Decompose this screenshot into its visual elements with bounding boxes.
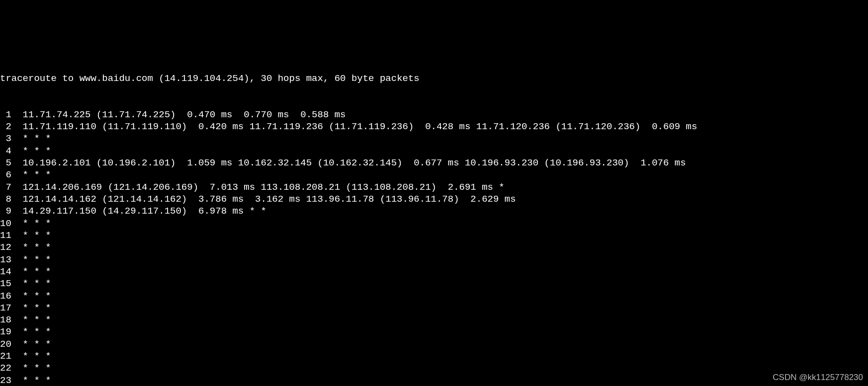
hop-line: 8 121.14.14.162 (121.14.14.162) 3.786 ms… (0, 193, 868, 205)
hop-details: * * * (11, 314, 51, 325)
hop-number: 21 (0, 350, 11, 362)
hop-details: 10.196.2.101 (10.196.2.101) 1.059 ms 10.… (11, 157, 686, 168)
hop-number: 22 (0, 362, 11, 374)
hop-line: 3 * * * (0, 133, 868, 145)
hop-line: 4 * * * (0, 145, 868, 157)
hop-details: * * * (11, 169, 51, 180)
hop-number: 6 (0, 169, 11, 181)
hop-details: * * * (11, 303, 51, 313)
hops-list: 1 11.71.74.225 (11.71.74.225) 0.470 ms 0… (0, 109, 868, 386)
hop-details: * * * (11, 339, 51, 350)
hop-line: 20 * * * (0, 338, 868, 350)
hop-details: 121.14.14.162 (121.14.14.162) 3.786 ms 3… (11, 194, 516, 205)
hop-line: 11 * * * (0, 230, 868, 241)
hop-number: 8 (0, 193, 11, 205)
terminal-output: traceroute to www.baidu.com (14.119.104.… (0, 48, 868, 386)
hop-line: 9 14.29.117.150 (14.29.117.150) 6.978 ms… (0, 205, 868, 217)
hop-details: 14.29.117.150 (14.29.117.150) 6.978 ms *… (11, 206, 266, 217)
hop-details: * * * (11, 326, 51, 337)
traceroute-header: traceroute to www.baidu.com (14.119.104.… (0, 73, 868, 84)
hop-number: 23 (0, 375, 11, 386)
hop-line: 10 * * * (0, 218, 868, 230)
hop-number: 14 (0, 266, 11, 278)
hop-number: 13 (0, 254, 11, 266)
hop-line: 6 * * * (0, 169, 868, 181)
hop-details: * * * (11, 242, 51, 253)
hop-number: 18 (0, 314, 11, 326)
hop-details: * * * (11, 133, 51, 144)
hop-details: 11.71.74.225 (11.71.74.225) 0.470 ms 0.7… (11, 109, 346, 120)
hop-number: 1 (0, 109, 11, 121)
hop-number: 15 (0, 278, 11, 290)
hop-number: 20 (0, 338, 11, 350)
hop-number: 5 (0, 157, 11, 169)
hop-line: 15 * * * (0, 278, 868, 290)
hop-number: 17 (0, 302, 11, 314)
hop-line: 23 * * * (0, 375, 868, 386)
hop-line: 17 * * * (0, 302, 868, 314)
hop-details: * * * (11, 291, 51, 302)
hop-number: 9 (0, 205, 11, 217)
hop-details: 11.71.119.110 (11.71.119.110) 0.420 ms 1… (11, 121, 697, 132)
hop-line: 1 11.71.74.225 (11.71.74.225) 0.470 ms 0… (0, 109, 868, 121)
hop-number: 19 (0, 326, 11, 338)
hop-line: 5 10.196.2.101 (10.196.2.101) 1.059 ms 1… (0, 157, 868, 169)
hop-details: * * * (11, 254, 51, 265)
hop-number: 11 (0, 230, 11, 241)
hop-details: * * * (11, 266, 51, 277)
hop-number: 3 (0, 133, 11, 145)
hop-line: 21 * * * (0, 350, 868, 362)
hop-line: 14 * * * (0, 266, 868, 278)
hop-line: 2 11.71.119.110 (11.71.119.110) 0.420 ms… (0, 121, 868, 133)
hop-details: * * * (11, 230, 51, 241)
hop-details: 121.14.206.169 (121.14.206.169) 7.013 ms… (11, 182, 505, 193)
hop-details: * * * (11, 375, 51, 386)
hop-line: 18 * * * (0, 314, 868, 326)
watermark-text: CSDN @kk1125778230 (773, 372, 863, 383)
hop-line: 13 * * * (0, 254, 868, 266)
hop-line: 22 * * * (0, 362, 868, 374)
hop-line: 16 * * * (0, 290, 868, 302)
hop-details: * * * (11, 218, 51, 229)
hop-details: * * * (11, 278, 51, 289)
hop-line: 7 121.14.206.169 (121.14.206.169) 7.013 … (0, 181, 868, 193)
hop-number: 4 (0, 145, 11, 157)
hop-details: * * * (11, 351, 51, 362)
hop-line: 19 * * * (0, 326, 868, 338)
hop-line: 12 * * * (0, 241, 868, 253)
hop-details: * * * (11, 363, 51, 374)
hop-details: * * * (11, 146, 51, 156)
hop-number: 10 (0, 218, 11, 230)
hop-number: 2 (0, 121, 11, 133)
hop-number: 12 (0, 241, 11, 253)
hop-number: 16 (0, 290, 11, 302)
hop-number: 7 (0, 181, 11, 193)
